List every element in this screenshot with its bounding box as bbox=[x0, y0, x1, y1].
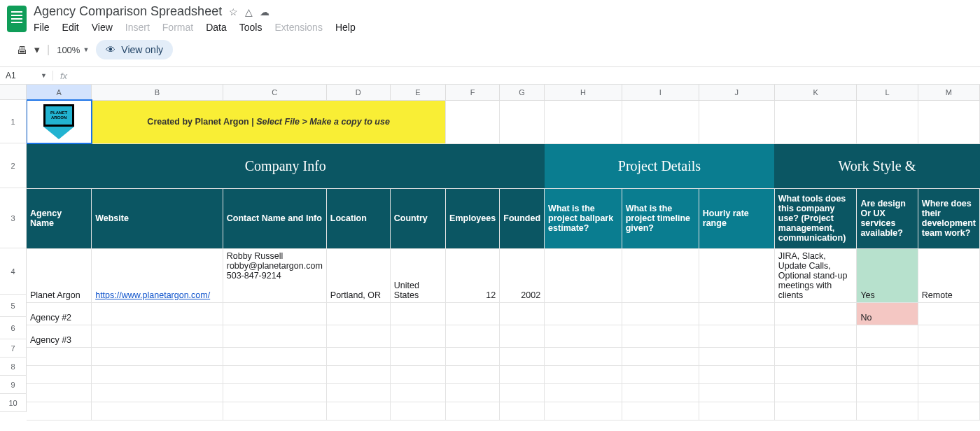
cell[interactable] bbox=[390, 302, 445, 325]
cell[interactable] bbox=[774, 100, 857, 143]
cell[interactable] bbox=[545, 248, 622, 302]
cell[interactable] bbox=[545, 302, 622, 325]
cell[interactable] bbox=[857, 100, 918, 143]
cell[interactable] bbox=[622, 365, 699, 383]
cell[interactable] bbox=[390, 402, 445, 420]
cell[interactable] bbox=[390, 347, 445, 365]
cell[interactable]: 12 bbox=[446, 248, 500, 302]
cell[interactable] bbox=[446, 100, 500, 143]
hdr-where[interactable]: Where does their development team work? bbox=[918, 188, 979, 248]
cell[interactable] bbox=[918, 347, 979, 365]
col-header[interactable]: I bbox=[622, 85, 699, 100]
name-box[interactable]: A1▼ bbox=[0, 71, 53, 80]
website-link[interactable]: https://www.planetargon.com/ bbox=[95, 290, 210, 300]
star-icon[interactable]: ☆ bbox=[229, 6, 238, 17]
col-header[interactable]: H bbox=[545, 85, 622, 100]
hdr-ballpark[interactable]: What is the project ballpark estimate? bbox=[545, 188, 622, 248]
cell[interactable] bbox=[857, 325, 918, 347]
cell[interactable] bbox=[699, 383, 774, 402]
row-header[interactable]: 7 bbox=[0, 339, 27, 358]
col-header[interactable]: A bbox=[27, 85, 92, 100]
col-header[interactable]: B bbox=[92, 85, 223, 100]
row-header[interactable]: 5 bbox=[0, 295, 27, 317]
cell[interactable] bbox=[545, 325, 622, 347]
cell[interactable] bbox=[446, 402, 500, 420]
cell[interactable] bbox=[92, 347, 223, 365]
cell[interactable] bbox=[390, 365, 445, 383]
hdr-timeline[interactable]: What is the project timeline given? bbox=[622, 188, 699, 248]
row-header[interactable]: 9 bbox=[0, 376, 27, 394]
cell[interactable] bbox=[27, 347, 92, 365]
cell[interactable]: Yes bbox=[857, 248, 918, 302]
cell[interactable] bbox=[857, 402, 918, 420]
section-project-details[interactable]: Project Details bbox=[545, 143, 775, 188]
cell[interactable] bbox=[918, 100, 979, 143]
cell[interactable] bbox=[500, 365, 545, 383]
cell[interactable] bbox=[774, 325, 857, 347]
section-work-style[interactable]: Work Style & bbox=[774, 143, 979, 188]
cell[interactable] bbox=[699, 365, 774, 383]
cell[interactable]: Portland, OR bbox=[326, 248, 390, 302]
cell[interactable] bbox=[92, 302, 223, 325]
cell[interactable] bbox=[857, 383, 918, 402]
cell[interactable] bbox=[92, 383, 223, 402]
cell[interactable] bbox=[545, 383, 622, 402]
cell[interactable] bbox=[446, 347, 500, 365]
col-header[interactable]: G bbox=[500, 85, 545, 100]
cell[interactable]: No bbox=[857, 302, 918, 325]
cell[interactable]: Remote bbox=[918, 248, 979, 302]
cell[interactable] bbox=[500, 325, 545, 347]
select-all-corner[interactable] bbox=[0, 85, 27, 100]
hdr-agency-name[interactable]: Agency Name bbox=[27, 188, 92, 248]
cell[interactable] bbox=[622, 383, 699, 402]
col-header[interactable]: L bbox=[857, 85, 918, 100]
cell[interactable] bbox=[774, 383, 857, 402]
menu-view[interactable]: View bbox=[92, 22, 113, 33]
row-header[interactable]: 1 bbox=[0, 100, 27, 143]
cell[interactable] bbox=[774, 302, 857, 325]
cell[interactable] bbox=[699, 100, 774, 143]
cell[interactable] bbox=[622, 100, 699, 143]
cell[interactable] bbox=[326, 383, 390, 402]
row-header[interactable]: 4 bbox=[0, 248, 27, 295]
hdr-website[interactable]: Website bbox=[92, 188, 223, 248]
cell[interactable] bbox=[918, 302, 979, 325]
cell[interactable] bbox=[699, 302, 774, 325]
cell[interactable] bbox=[545, 365, 622, 383]
cell[interactable] bbox=[622, 347, 699, 365]
cell[interactable] bbox=[918, 383, 979, 402]
hdr-location[interactable]: Location bbox=[326, 188, 390, 248]
cell[interactable]: Robby Russell robby@planetargon.com 503-… bbox=[223, 248, 326, 302]
doc-title[interactable]: Agency Comparison Spreadsheet bbox=[34, 4, 222, 19]
cell[interactable] bbox=[27, 402, 92, 420]
cell[interactable] bbox=[446, 383, 500, 402]
col-header[interactable]: E bbox=[390, 85, 445, 100]
cell[interactable] bbox=[699, 248, 774, 302]
cell[interactable] bbox=[918, 325, 979, 347]
cell[interactable] bbox=[446, 325, 500, 347]
cell[interactable] bbox=[699, 347, 774, 365]
cell-a1[interactable]: PLANETARGON bbox=[27, 100, 92, 143]
cell[interactable] bbox=[92, 325, 223, 347]
cell[interactable] bbox=[857, 347, 918, 365]
col-header[interactable]: M bbox=[918, 85, 979, 100]
row-header[interactable]: 6 bbox=[0, 317, 27, 339]
col-header[interactable]: C bbox=[223, 85, 326, 100]
filter-icon[interactable]: ▾ bbox=[34, 43, 40, 56]
cell[interactable] bbox=[622, 248, 699, 302]
cell[interactable] bbox=[622, 302, 699, 325]
cell[interactable] bbox=[918, 365, 979, 383]
cell[interactable] bbox=[223, 302, 326, 325]
cell[interactable] bbox=[500, 383, 545, 402]
cell[interactable] bbox=[622, 325, 699, 347]
cell[interactable] bbox=[545, 100, 622, 143]
col-header[interactable]: F bbox=[446, 85, 500, 100]
cell[interactable]: Agency #2 bbox=[27, 302, 92, 325]
cell[interactable]: https://www.planetargon.com/ bbox=[92, 248, 223, 302]
cell[interactable] bbox=[390, 383, 445, 402]
cell[interactable] bbox=[223, 347, 326, 365]
cell[interactable] bbox=[918, 402, 979, 420]
cell[interactable] bbox=[699, 402, 774, 420]
cell[interactable] bbox=[326, 347, 390, 365]
cell[interactable]: Agency #3 bbox=[27, 325, 92, 347]
